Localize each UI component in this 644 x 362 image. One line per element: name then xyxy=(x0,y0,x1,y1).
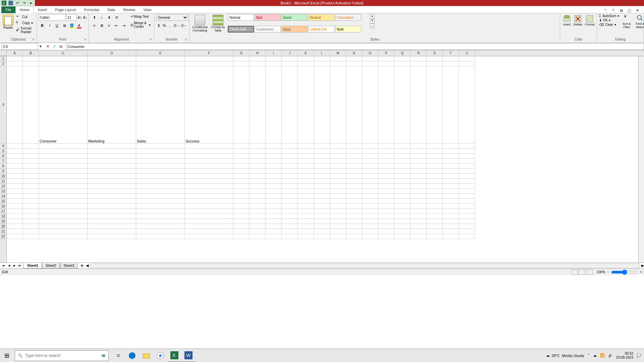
excel-icon[interactable]: X xyxy=(1,0,7,6)
cell-I22[interactable] xyxy=(266,234,282,239)
cell-T3[interactable] xyxy=(443,66,459,143)
cell-J6[interactable] xyxy=(282,154,298,159)
cell-N18[interactable] xyxy=(346,214,362,219)
cell-L20[interactable] xyxy=(314,224,330,229)
cell-L13[interactable] xyxy=(314,189,330,194)
increase-decimal-button[interactable]: .0→ xyxy=(173,22,180,29)
cell-T7[interactable] xyxy=(443,159,459,164)
cell-S7[interactable] xyxy=(427,159,443,164)
cell-R14[interactable] xyxy=(411,194,427,199)
cell-O20[interactable] xyxy=(362,224,378,229)
align-center-button[interactable]: ≣ xyxy=(98,22,105,29)
cell-F16[interactable] xyxy=(185,204,233,209)
cell-H15[interactable] xyxy=(250,199,266,204)
cell-N4[interactable] xyxy=(346,143,362,148)
save-icon[interactable] xyxy=(8,0,13,6)
cell-K7[interactable] xyxy=(298,159,314,164)
page-break-view-button[interactable] xyxy=(586,269,593,275)
cell-U19[interactable] xyxy=(459,219,475,224)
minimize-ribbon-icon[interactable]: ⌃ xyxy=(602,8,608,13)
cell-H22[interactable] xyxy=(250,234,266,239)
cell-A11[interactable] xyxy=(7,179,23,184)
cell-N16[interactable] xyxy=(346,204,362,209)
cell-M5[interactable] xyxy=(330,148,346,154)
cell-A1[interactable] xyxy=(7,56,23,61)
cell-U17[interactable] xyxy=(459,209,475,214)
align-left-button[interactable]: ≡ xyxy=(91,22,98,29)
cell-Q8[interactable] xyxy=(394,164,411,169)
cell-J2[interactable] xyxy=(282,61,298,66)
ribbon-minimize-icon[interactable]: ⊟ xyxy=(619,8,624,13)
cell-E22[interactable] xyxy=(136,234,185,239)
cell-G16[interactable] xyxy=(233,204,250,209)
cell-L21[interactable] xyxy=(314,229,330,234)
action-center-icon[interactable]: 💬 xyxy=(637,353,641,358)
cell-M2[interactable] xyxy=(330,61,346,66)
cell-P18[interactable] xyxy=(378,214,394,219)
cell-T14[interactable] xyxy=(443,194,459,199)
col-header-L[interactable]: L xyxy=(314,50,330,56)
cell-Q9[interactable] xyxy=(394,169,411,174)
cell-N15[interactable] xyxy=(346,199,362,204)
cell-U6[interactable] xyxy=(459,154,475,159)
cell-S1[interactable] xyxy=(427,56,443,61)
cell-C9[interactable] xyxy=(39,169,88,174)
col-header-N[interactable]: N xyxy=(346,50,362,56)
clear-dropdown-icon[interactable]: ▾ xyxy=(614,23,616,26)
cell-C12[interactable] xyxy=(39,184,88,189)
cell-F12[interactable] xyxy=(185,184,233,189)
cell-T13[interactable] xyxy=(443,189,459,194)
cell-U7[interactable] xyxy=(459,159,475,164)
cell-L17[interactable] xyxy=(314,209,330,214)
cell-I13[interactable] xyxy=(266,189,282,194)
zoom-slider[interactable] xyxy=(611,269,638,275)
cell-U21[interactable] xyxy=(459,229,475,234)
taskbar-search[interactable]: 🔍 🦏 xyxy=(15,350,109,361)
cell-S12[interactable] xyxy=(427,184,443,189)
cell-I9[interactable] xyxy=(266,169,282,174)
cell-K13[interactable] xyxy=(298,189,314,194)
cut-button[interactable]: ✂Cut xyxy=(15,14,35,19)
cell-M14[interactable] xyxy=(330,194,346,199)
cell-M4[interactable] xyxy=(330,143,346,148)
border-button[interactable]: ⊞ xyxy=(61,22,68,29)
cell-H20[interactable] xyxy=(250,224,266,229)
cell-T10[interactable] xyxy=(443,174,459,179)
cell-M10[interactable] xyxy=(330,174,346,179)
cell-B5[interactable] xyxy=(23,148,39,154)
cell-E19[interactable] xyxy=(136,219,185,224)
cell-Q10[interactable] xyxy=(394,174,411,179)
row-header-4[interactable]: 4 xyxy=(0,143,6,148)
cell-T9[interactable] xyxy=(443,169,459,174)
cell-N19[interactable] xyxy=(346,219,362,224)
cell-L6[interactable] xyxy=(314,154,330,159)
cell-F3[interactable]: Success xyxy=(185,66,233,143)
gallery-up-icon[interactable]: ▴ xyxy=(370,14,375,19)
sheet-last-icon[interactable]: ⏭ xyxy=(17,263,22,268)
cell-S22[interactable] xyxy=(427,234,443,239)
cell-O16[interactable] xyxy=(362,204,378,209)
cell-T8[interactable] xyxy=(443,164,459,169)
cell-P4[interactable] xyxy=(378,143,394,148)
cell-K9[interactable] xyxy=(298,169,314,174)
cell-M15[interactable] xyxy=(330,199,346,204)
cell-D4[interactable] xyxy=(88,143,136,148)
cell-C8[interactable] xyxy=(39,164,88,169)
onedrive-icon[interactable]: ☁ xyxy=(593,353,597,358)
cell-F7[interactable] xyxy=(185,159,233,164)
cell-F22[interactable] xyxy=(185,234,233,239)
cell-G13[interactable] xyxy=(233,189,250,194)
cell-H2[interactable] xyxy=(250,61,266,66)
minimize-icon[interactable]: — xyxy=(609,0,617,6)
cell-D16[interactable] xyxy=(88,204,136,209)
col-header-F[interactable]: F xyxy=(185,50,233,56)
cell-I5[interactable] xyxy=(266,148,282,154)
cell-L10[interactable] xyxy=(314,174,330,179)
cell-H18[interactable] xyxy=(250,214,266,219)
cell-B2[interactable] xyxy=(23,61,39,66)
cell-L22[interactable] xyxy=(314,234,330,239)
weather-widget[interactable]: ☁ 28°C Mostly cloudy xyxy=(546,353,584,358)
cell-I19[interactable] xyxy=(266,219,282,224)
cell-R2[interactable] xyxy=(411,61,427,66)
align-middle-button[interactable]: ↕ xyxy=(98,14,105,21)
